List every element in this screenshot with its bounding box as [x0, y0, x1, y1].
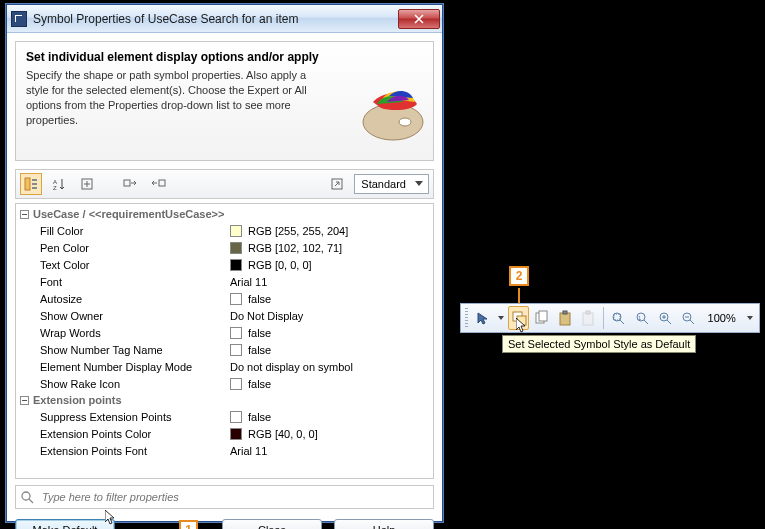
group-label: Extension points	[33, 394, 122, 406]
property-value-text: false	[248, 344, 271, 356]
clear-style-button[interactable]	[148, 173, 170, 195]
property-label: Fill Color	[40, 225, 230, 237]
property-value[interactable]: Do not display on symbol	[230, 361, 433, 373]
zoom-in-button[interactable]	[654, 306, 675, 330]
property-value[interactable]: false	[230, 344, 433, 356]
filter-input[interactable]	[40, 490, 429, 504]
property-row[interactable]: FontArial 11	[16, 273, 433, 290]
property-row[interactable]: Wrap Wordsfalse	[16, 324, 433, 341]
zoom-actual-button[interactable]: 1	[631, 306, 652, 330]
categorized-view-button[interactable]	[20, 173, 42, 195]
property-row[interactable]: Suppress Extension Pointsfalse	[16, 408, 433, 425]
callout-2: 2	[509, 266, 529, 286]
window-close-button[interactable]	[398, 9, 440, 29]
apply-style-button[interactable]	[120, 173, 142, 195]
cursor-icon	[516, 318, 526, 334]
property-row[interactable]: Fill ColorRGB [255, 255, 204]	[16, 222, 433, 239]
checkbox-icon[interactable]	[230, 411, 242, 423]
svg-rect-17	[560, 313, 570, 325]
property-row[interactable]: Show Rake Iconfalse	[16, 375, 433, 392]
svg-rect-20	[586, 311, 590, 314]
zoom-fit-button[interactable]	[608, 306, 629, 330]
property-label: Show Rake Icon	[40, 378, 230, 390]
property-value-text: Do not display on symbol	[230, 361, 353, 373]
property-row[interactable]: Text ColorRGB [0, 0, 0]	[16, 256, 433, 273]
zoom-level[interactable]: 100%	[701, 312, 743, 324]
property-value[interactable]: RGB [255, 255, 204]	[230, 225, 433, 237]
group-header[interactable]: Extension points	[16, 392, 433, 408]
group-label: UseCase / <<requirementUseCase>>	[33, 208, 224, 220]
view-mode-select[interactable]: Standard	[354, 174, 429, 194]
paste-button[interactable]	[555, 306, 576, 330]
property-row[interactable]: Extension Points ColorRGB [40, 0, 0]	[16, 425, 433, 442]
zoom-out-button[interactable]	[677, 306, 698, 330]
svg-rect-16	[539, 311, 547, 321]
make-default-label: Make Default	[33, 524, 98, 529]
tooltip: Set Selected Symbol Style as Default	[502, 335, 696, 353]
property-value-text: RGB [255, 255, 204]	[248, 225, 348, 237]
property-row[interactable]: Autosizefalse	[16, 290, 433, 307]
select-tool-button[interactable]	[472, 306, 493, 330]
window-title: Symbol Properties of UseCase Search for …	[33, 12, 398, 26]
copy-style-button[interactable]	[531, 306, 552, 330]
property-value[interactable]: RGB [40, 0, 0]	[230, 428, 433, 440]
property-value[interactable]: false	[230, 293, 433, 305]
collapse-icon[interactable]	[20, 210, 29, 219]
toolbar-grip[interactable]	[465, 308, 468, 328]
checkbox-icon[interactable]	[230, 378, 242, 390]
collapse-icon[interactable]	[20, 396, 29, 405]
svg-rect-19	[583, 313, 593, 325]
alpha-sort-button[interactable]: AZ	[48, 173, 70, 195]
property-value-text: false	[248, 327, 271, 339]
select-tool-dropdown[interactable]	[496, 316, 506, 320]
filter-row	[15, 485, 434, 509]
checkbox-icon[interactable]	[230, 344, 242, 356]
titlebar[interactable]: Symbol Properties of UseCase Search for …	[7, 5, 442, 33]
checkbox-icon[interactable]	[230, 293, 242, 305]
property-value[interactable]: Do Not Display	[230, 310, 433, 322]
property-label: Text Color	[40, 259, 230, 271]
svg-rect-18	[563, 311, 567, 314]
property-value[interactable]: false	[230, 378, 433, 390]
search-icon	[20, 490, 34, 504]
info-panel: Set individual element display options a…	[15, 41, 434, 161]
property-value-text: Arial 11	[230, 276, 267, 288]
properties-grid[interactable]: UseCase / <<requirementUseCase>>Fill Col…	[15, 203, 434, 479]
svg-point-1	[399, 118, 411, 126]
property-row[interactable]: Extension Points FontArial 11	[16, 442, 433, 459]
property-value[interactable]: RGB [102, 102, 71]	[230, 242, 433, 254]
svg-rect-9	[124, 180, 130, 186]
property-label: Suppress Extension Points	[40, 411, 230, 423]
property-row[interactable]: Show OwnerDo Not Display	[16, 307, 433, 324]
color-swatch	[230, 259, 242, 271]
close-button[interactable]: Close	[222, 519, 322, 529]
paste-style-button[interactable]	[578, 306, 599, 330]
group-header[interactable]: UseCase / <<requirementUseCase>>	[16, 206, 433, 222]
toolbar-separator	[603, 307, 604, 329]
property-label: Extension Points Font	[40, 445, 230, 457]
svg-rect-10	[159, 180, 165, 186]
property-value[interactable]: Arial 11	[230, 445, 433, 457]
property-value-text: RGB [0, 0, 0]	[248, 259, 312, 271]
checkbox-icon[interactable]	[230, 327, 242, 339]
symbol-properties-dialog: Symbol Properties of UseCase Search for …	[6, 4, 443, 522]
property-row[interactable]: Element Number Display ModeDo not displa…	[16, 358, 433, 375]
property-label: Show Owner	[40, 310, 230, 322]
property-value[interactable]: RGB [0, 0, 0]	[230, 259, 433, 271]
property-value[interactable]: false	[230, 411, 433, 423]
property-row[interactable]: Pen ColorRGB [102, 102, 71]	[16, 239, 433, 256]
zoom-dropdown[interactable]	[745, 316, 755, 320]
property-value[interactable]: false	[230, 327, 433, 339]
make-default-button[interactable]: Make Default	[15, 519, 115, 529]
close-label: Close	[258, 524, 286, 529]
expand-button[interactable]	[76, 173, 98, 195]
svg-point-12	[22, 492, 30, 500]
property-value[interactable]: Arial 11	[230, 276, 433, 288]
property-row[interactable]: Show Number Tag Namefalse	[16, 341, 433, 358]
property-value-text: RGB [40, 0, 0]	[248, 428, 318, 440]
color-swatch	[230, 242, 242, 254]
cursor-icon	[105, 510, 115, 526]
expand-panel-button[interactable]	[326, 173, 348, 195]
property-label: Autosize	[40, 293, 230, 305]
help-button[interactable]: Help	[334, 519, 434, 529]
